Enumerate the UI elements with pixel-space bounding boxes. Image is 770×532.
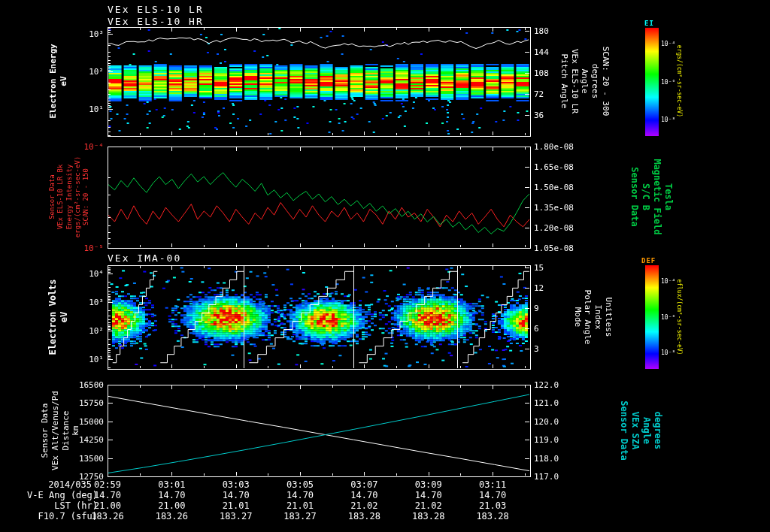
colorbar-tick-label: 10⁻⁴	[661, 41, 675, 47]
y-right-tick-label: 1.50e-08	[534, 183, 574, 192]
footer-value: 183.27	[283, 511, 316, 521]
time-tick-label: 03:07	[350, 479, 377, 490]
y-right-tick-label: 36	[534, 110, 544, 119]
panel1-right-axis-label: SCAN: 20 - 300 degrees Angle VEx ELS-10 …	[559, 47, 611, 116]
y-right-tick-label: 144	[534, 47, 549, 56]
colorbar-tick-label: 10⁻⁸	[661, 349, 675, 356]
y-right-tick-label: 1.35e-08	[534, 203, 574, 213]
y-right-tick-label: 12	[534, 283, 544, 293]
y-right-tick-label: 180	[534, 26, 549, 35]
footer-value: 14.70	[479, 490, 506, 500]
y-left-tick-label: 14250	[79, 435, 104, 445]
colorbar2-title: DEF	[641, 257, 656, 264]
y-right-tick-label: 120.0	[534, 416, 559, 426]
y-right-tick-label: 3	[534, 344, 539, 354]
y-left-tick-label: 16500	[79, 380, 104, 390]
plot-stage: VEx ELS-10 LR VEx ELS-10 HR VEx IMA-00 E…	[0, 0, 770, 532]
colorbar-tick-label: 10⁻⁶	[661, 313, 675, 320]
colorbar-tick-label: 10⁻⁶	[661, 78, 675, 85]
footer-value: 21.02	[415, 500, 442, 511]
y-right-tick-label: 15	[534, 262, 544, 272]
y-left-tick-label: 13500	[79, 453, 104, 463]
footer-value: 183.27	[220, 511, 252, 521]
footer-value: 183.26	[91, 511, 123, 521]
colorbar-tick-label: 10⁻⁴	[661, 277, 675, 284]
footer-row-label-ve-ang: V-E Ang (deg)	[27, 490, 98, 500]
footer-value: 14.70	[223, 490, 250, 500]
y-left-tick-label: 15750	[79, 398, 104, 408]
y-left-tick-label: 10⁻⁵	[84, 243, 105, 253]
y-right-tick-label: 118.0	[534, 453, 559, 463]
footer-value: 14.70	[286, 490, 314, 500]
time-tick-label: 02:59	[94, 479, 121, 490]
panel3-left-axis-label: Electron Volts eV	[47, 279, 70, 355]
y-right-tick-label: 72	[534, 89, 544, 98]
y-right-tick-label: 9	[534, 304, 539, 313]
y-left-tick-label: 10¹	[89, 354, 104, 364]
panel1-title-hr: VEx ELS-10 HR	[108, 16, 204, 27]
y-right-tick-label: 1.80e-08	[534, 142, 574, 152]
footer-value: 14.70	[415, 490, 442, 500]
y-right-tick-label: 108	[534, 68, 549, 77]
footer-value: 14.70	[94, 490, 121, 500]
time-tick-label: 03:03	[223, 479, 250, 490]
footer-row-label-lst: LST (hr)	[54, 500, 98, 511]
y-right-tick-label: 119.0	[534, 435, 559, 445]
y-left-tick-label: 10¹	[89, 104, 104, 114]
y-right-tick-label: 6	[534, 324, 539, 334]
footer-value: 183.28	[348, 511, 380, 521]
footer-value: 14.70	[158, 490, 185, 500]
panel4-right-axis-label: degrees Angle VEx SZA Sensor Data	[618, 401, 663, 460]
time-tick-label: 03:11	[479, 479, 506, 490]
time-tick-label: 03:05	[286, 479, 314, 490]
y-left-tick-label: 10²	[89, 67, 104, 77]
footer-value: 21.00	[94, 500, 121, 511]
colorbar-tick-label: 10⁻⁸	[661, 116, 675, 122]
footer-value: 21.01	[223, 500, 250, 511]
footer-row-label-f107: F10.7 (sfu)	[38, 511, 98, 521]
y-right-tick-label: 121.0	[534, 398, 559, 408]
y-right-tick-label: 1.20e-08	[534, 223, 574, 233]
y-left-tick-label: 15000	[79, 416, 104, 426]
y-right-tick-label: 122.0	[534, 380, 559, 390]
panel1-title-lr: VEx ELS-10 LR	[108, 4, 204, 15]
colorbar1-units-label: ergs/(cm²-sr-sec-eV)	[675, 45, 683, 117]
panel1-left-axis-label: Electron Energy eV	[48, 44, 69, 118]
y-left-tick-label: 10³	[89, 297, 104, 307]
footer-value: 21.03	[479, 500, 506, 511]
footer-value: 183.26	[156, 511, 188, 521]
panel2-left-axis-label: Sensor Data VEx ELS-10 LR Bk Energy Inte…	[48, 156, 90, 237]
panel3-right-axis-label: Unitless Index Polar Angle Mode	[572, 290, 614, 345]
time-tick-label: 03:09	[415, 479, 442, 490]
panel3-title: VEx IMA-00	[108, 252, 181, 264]
panel4-left-axis-label: Sensor Data VEx Alt/Venus/Pd Distance km	[40, 391, 81, 470]
footer-value: 21.01	[286, 500, 314, 511]
footer-value: 183.28	[476, 511, 508, 521]
footer-value: 14.70	[350, 490, 377, 500]
footer-value: 183.28	[412, 511, 444, 521]
y-right-tick-label: 1.05e-08	[534, 243, 574, 253]
footer-value: 21.00	[158, 500, 185, 511]
y-right-tick-label: 117.0	[534, 472, 559, 482]
y-left-tick-label: 10⁻⁴	[84, 142, 105, 152]
y-left-tick-label: 10²	[89, 325, 104, 335]
y-right-tick-label: 1.65e-08	[534, 162, 574, 172]
y-left-tick-label: 10⁴	[89, 269, 104, 279]
time-tick-label: 03:01	[158, 479, 185, 490]
colorbar1-title: EI	[644, 20, 654, 27]
y-left-tick-label: 10³	[89, 29, 104, 38]
panel2-right-axis-label: Tesla Magnetic Field S/C B Sensor Data	[629, 159, 674, 234]
footer-value: 21.02	[350, 500, 377, 511]
colorbar2-units-label: eflux/(cm²-sr-sec-eV)	[675, 279, 683, 355]
